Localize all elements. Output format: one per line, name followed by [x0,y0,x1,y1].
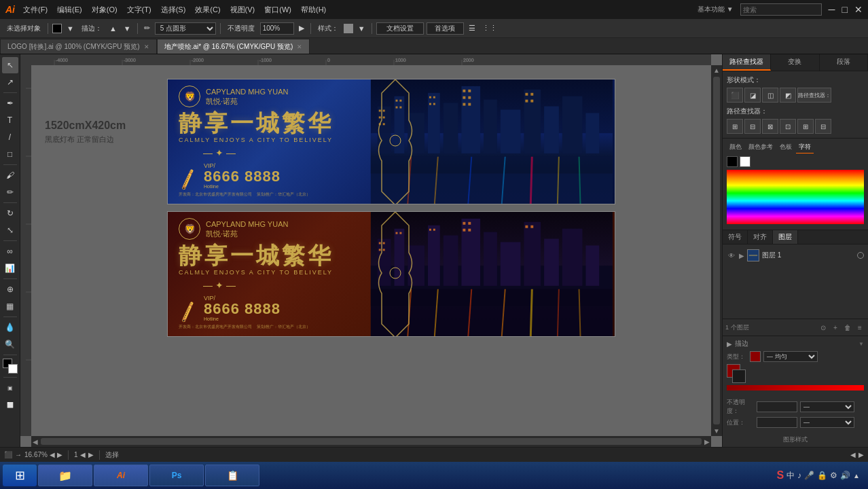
toolbar-expand-icon[interactable]: ⋮⋮ [480,23,499,33]
zoom-left-arrow[interactable]: ◀ [50,451,55,458]
tray-icon-mic[interactable]: 🎤 [804,471,814,480]
stroke-arrow-icon[interactable]: ▼ [65,24,76,33]
color-tab-swatches[interactable]: 色板 [777,141,795,153]
tab-paragraph[interactable]: 段落 [820,54,868,71]
opacity-dropdown[interactable]: — [800,401,854,412]
menu-window[interactable]: 窗口(W) [260,3,295,16]
doc-setup-button[interactable]: 文档设置 [376,22,424,35]
color-tab-ref[interactable]: 颜色参考 [746,141,776,153]
page-nav-left[interactable]: ◀ [80,451,86,458]
opacity-arrow-icon[interactable]: ▶ [297,23,306,33]
color-tab-color[interactable]: 颜色 [727,141,744,153]
layers-tab-symbol[interactable]: 符号 [723,230,748,244]
preferences-button[interactable]: 首选项 [427,22,464,35]
gradient-tool[interactable]: ▦ [2,298,18,314]
maximize-button[interactable]: □ [842,4,848,15]
shape-tool[interactable]: □ [2,146,18,162]
status-nav-left[interactable]: ◀ [850,451,856,458]
stroke-fill-color[interactable] [750,351,761,362]
tab-estate[interactable]: 地产喷绘.ai* @ 16.67% (CMYK/GPU 预览) ✕ [157,39,310,54]
scroll-left-button[interactable]: ◀ [31,438,39,446]
menu-select[interactable]: 选择(S) [157,3,190,16]
canvas-area[interactable]: -4000 -3000 -2000 -1000 0 1000 2000 [20,54,722,447]
minus-front-button[interactable]: ◪ [744,88,761,103]
menu-help[interactable]: 帮助(H) [297,3,330,16]
blend-tool[interactable]: ∞ [2,243,18,259]
canvas-content[interactable]: 1520cmX420cm 黑底灯布 正常留白边 [31,65,711,436]
minimize-button[interactable]: ─ [829,4,835,15]
new-layer-button[interactable]: + [830,322,841,333]
scroll-thumb-v[interactable] [713,77,720,424]
line-tool[interactable]: / [2,129,18,145]
merge-button[interactable]: ⊠ [762,119,778,134]
menu-edit[interactable]: 编辑(E) [53,3,86,16]
intersect-button[interactable]: ◫ [762,88,778,103]
layer-visibility-toggle[interactable]: 👁 [727,251,736,260]
taskbar-app4[interactable]: 📋 [205,465,259,486]
select-tool[interactable]: ↖ [2,57,18,73]
unite-button[interactable]: ⬛ [727,88,743,103]
crop-button[interactable]: ⊡ [780,119,796,134]
taskbar-photoshop[interactable]: Ps [149,465,204,486]
swatch-white[interactable] [740,156,751,167]
menu-effect[interactable]: 效果(C) [191,3,224,16]
scroll-down-button[interactable]: ▼ [712,426,721,436]
scroll-up-button[interactable]: ▲ [712,65,721,75]
delete-layer-button[interactable]: 🗑 [842,322,853,333]
tray-icon-sound[interactable]: ♪ [797,471,801,480]
layers-tab-align[interactable]: 对齐 [748,230,773,244]
chart-tool[interactable]: 📊 [2,260,18,276]
layer-target-indicator[interactable] [857,252,864,259]
stroke-down-icon[interactable]: ▼ [122,24,133,33]
paintbrush-tool[interactable]: 🖌 [2,167,18,183]
stroke-color-box-inner[interactable] [732,369,746,383]
background-color[interactable] [8,364,18,374]
pen-tool[interactable]: ✒ [2,95,18,111]
tray-icon-settings[interactable]: ⚙ [830,471,837,480]
search-input[interactable] [740,3,822,16]
warp-tool[interactable]: ⊕ [2,281,18,297]
color-gradient[interactable] [727,170,864,224]
tray-icon-lock[interactable]: 🔒 [817,471,827,480]
color-mode-btn[interactable]: ▣ [2,380,18,396]
opacity-value-input[interactable] [757,401,797,412]
brush-icon[interactable]: ✏ [142,23,152,33]
layer-expand-arrow[interactable]: ▶ [739,252,744,259]
taskbar-file-explorer[interactable]: 📁 [38,465,92,486]
screen-mode-btn[interactable]: ⬜ [2,397,18,413]
outline-button[interactable]: ⊞ [797,119,814,134]
swatch-black[interactable] [727,156,738,167]
toolbar-menu-icon[interactable]: ☰ [467,23,477,33]
stroke-type-select[interactable]: — 均匀 [763,351,818,362]
locate-layer-button[interactable]: ⊙ [818,322,829,333]
zoom-tool[interactable]: 🔍 [2,336,18,352]
tab-transform[interactable]: 变换 [771,54,819,71]
text-tool[interactable]: T [2,112,18,128]
divide-button[interactable]: ⊞ [727,119,743,134]
horizontal-scrollbar[interactable]: ◀ ▶ [31,436,711,447]
tab-estate-close[interactable]: ✕ [297,43,302,50]
trim-button[interactable]: ⊟ [744,119,761,134]
brush-size-select[interactable]: 5 点圆形 [155,22,216,35]
zoom-right-arrow[interactable]: ▶ [57,451,62,458]
close-button[interactable]: ✕ [854,4,863,15]
layer-row[interactable]: 👁 ▶ 图层 1 [725,247,865,264]
pencil-tool[interactable]: ✏ [2,184,18,200]
color-tab-char[interactable]: 字符 [796,141,814,153]
tray-icon-cn[interactable]: 中 [786,470,795,482]
tab-path-finder[interactable]: 路径查找器 [723,54,771,71]
direct-select-tool[interactable]: ↗ [2,74,18,90]
scroll-right-button[interactable]: ▶ [703,438,711,446]
menu-object[interactable]: 对象(O) [88,3,122,16]
scale-tool[interactable]: ⤡ [2,222,18,238]
start-button[interactable]: ⊞ [3,465,37,486]
menu-text[interactable]: 文字(T) [123,3,156,16]
expand-button[interactable]: 路径查找器： [797,88,831,103]
menu-view[interactable]: 视图(V) [226,3,259,16]
style-arrow-icon[interactable]: ▼ [356,24,367,33]
eyedropper-tool[interactable]: 💧 [2,319,18,336]
stroke-color-box[interactable] [52,24,62,33]
vertical-scrollbar[interactable]: ▲ ▼ [711,65,722,436]
color-selector[interactable] [3,359,18,374]
opacity-input[interactable] [260,22,294,35]
